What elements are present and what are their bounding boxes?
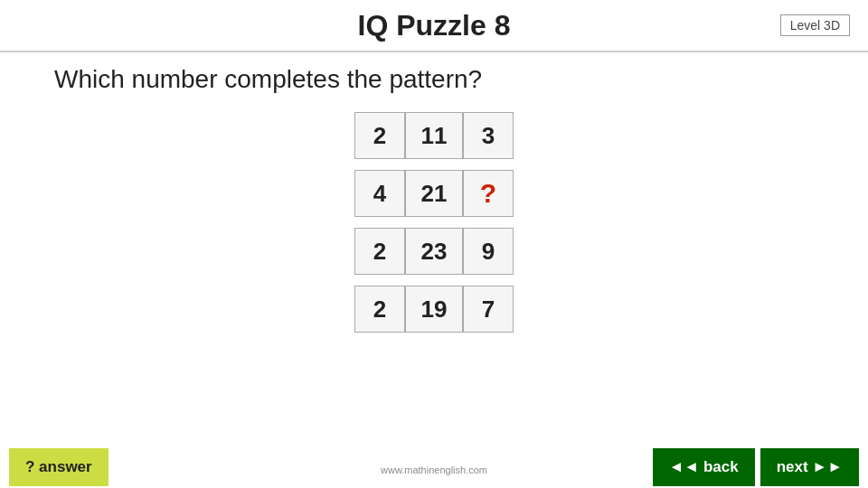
puzzle-row-4: 2 19 7	[354, 286, 514, 333]
puzzle-row-2: 4 21 ?	[354, 170, 514, 217]
puzzle-area: 2 11 3 4 21 ? 2 23 9 2 19 7	[0, 103, 868, 333]
cell-4-3: 7	[463, 286, 514, 333]
cell-3-1: 2	[354, 228, 405, 275]
cell-1-2: 11	[405, 112, 463, 159]
cell-1-1: 2	[354, 112, 405, 159]
question-text: Which number completes the pattern?	[0, 52, 868, 103]
cell-4-2: 19	[405, 286, 463, 333]
level-badge: Level 3D	[780, 14, 850, 36]
cell-3-2: 23	[405, 228, 463, 275]
watermark: www.mathinenglish.com	[381, 465, 487, 475]
back-button[interactable]: ◄◄ back	[653, 448, 755, 486]
cell-2-3-question: ?	[463, 170, 514, 217]
cell-3-3: 9	[463, 228, 514, 275]
header: IQ Puzzle 8 Level 3D	[0, 0, 868, 52]
cell-4-1: 2	[354, 286, 405, 333]
cell-2-1: 4	[354, 170, 405, 217]
puzzle-row-3: 2 23 9	[354, 228, 514, 275]
next-button[interactable]: next ►►	[760, 448, 859, 486]
cell-2-2: 21	[405, 170, 463, 217]
puzzle-title: IQ Puzzle 8	[358, 9, 511, 42]
footer: ? answer www.mathinenglish.com ◄◄ back n…	[0, 446, 868, 488]
puzzle-row-1: 2 11 3	[354, 112, 514, 159]
nav-buttons: ◄◄ back next ►►	[653, 448, 859, 486]
cell-1-3: 3	[463, 112, 514, 159]
answer-button[interactable]: ? answer	[9, 448, 108, 486]
